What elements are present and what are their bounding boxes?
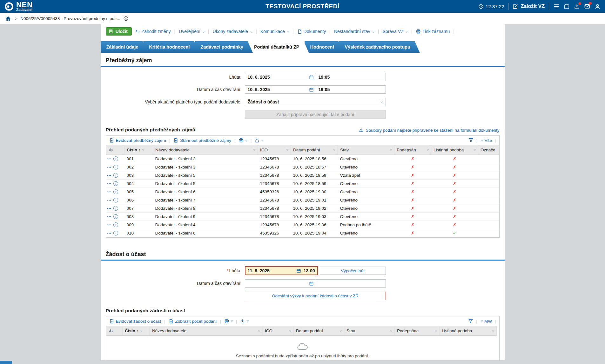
filter-icon[interactable]: ▽ [427, 149, 429, 151]
row-menu-button[interactable]: ••• [107, 199, 112, 202]
calendar-icon[interactable] [296, 268, 301, 273]
info-icon[interactable]: i [113, 156, 118, 161]
table-row[interactable]: •••i008Dodavatel - školení 91234567810. … [106, 213, 500, 221]
filter-icon[interactable]: ▽ [142, 149, 144, 151]
row-menu-button[interactable]: ••• [107, 174, 112, 177]
filter-icon[interactable]: ▽ [492, 329, 494, 332]
lhuta2-datetime-input[interactable]: 11. 6. 2025 13:00 [245, 266, 318, 275]
tab-podani-ucastniku-zp[interactable]: Podání účastníků ZP [248, 41, 309, 53]
filter-icon[interactable]: ▽ [140, 329, 142, 332]
calendar-icon[interactable] [309, 75, 314, 80]
export-grid-button[interactable]: ▽ [255, 138, 263, 143]
oteviranu2-time-input[interactable] [316, 279, 386, 288]
filter-icon[interactable]: ▽ [289, 329, 291, 332]
table-row[interactable]: •••i009Dodavatel - školení 41234567810. … [106, 221, 500, 229]
sort-asc-icon[interactable]: ↑ [137, 329, 138, 333]
lhuta-date-input[interactable]: 10. 6. 2025 [245, 73, 316, 81]
row-menu-button[interactable]: ••• [107, 157, 112, 161]
table-row[interactable]: •••i007Dodavatel - školení 81234567810. … [106, 204, 500, 213]
breadcrumb-item-contract[interactable]: N006/25/V00005438 - Provozování prodejny… [20, 16, 128, 21]
sort-asc-icon[interactable]: ↑ [138, 148, 140, 152]
messages-button[interactable] [584, 3, 590, 10]
close-icon[interactable] [123, 16, 129, 21]
filter-icon[interactable]: ▽ [390, 149, 392, 151]
filter-icon[interactable]: ▽ [474, 149, 476, 151]
nen-logo[interactable]: NEN Zadavatel [4, 2, 33, 11]
tab-zadavaci-podminky[interactable]: Zadávací podmínky [195, 41, 253, 53]
export-grid-button[interactable]: ▽ [240, 319, 248, 324]
column-settings-icon[interactable] [108, 148, 113, 153]
calendar-icon[interactable] [309, 281, 314, 286]
stahnout-zajmy-button[interactable]: Stáhnout předběžné zájmy [173, 138, 231, 143]
filter-funnel-icon[interactable] [468, 319, 473, 324]
next-phase-button[interactable]: Zahájit přípravu následující fáze podání [245, 110, 386, 119]
filter-icon[interactable]: ▽ [390, 329, 392, 332]
calendar-icon[interactable] [564, 3, 570, 10]
zobrazit-pocet-button[interactable]: Zobrazit počet podání [169, 319, 217, 324]
menu-dokumenty[interactable]: Dokumenty [297, 29, 326, 34]
vypocet-lhut-button[interactable]: Výpočet lhůt [320, 267, 386, 275]
typ-podani-select[interactable]: Žádost o účast ▽ [245, 98, 386, 106]
column-settings-icon[interactable] [108, 328, 113, 334]
info-icon[interactable]: i [113, 165, 118, 169]
filter-icon[interactable]: ▽ [435, 329, 437, 332]
downloads-button[interactable] [574, 3, 580, 10]
table-row[interactable]: •••i010Dodavatel - školení 64535932610. … [106, 229, 500, 237]
tab-vysledek[interactable]: Výsledek zadávacího postupu [339, 41, 420, 53]
info-icon[interactable]: i [113, 181, 118, 186]
table-row[interactable]: •••i001Dodavatel - školení 21234567810. … [106, 155, 500, 163]
oteviranu-time-input[interactable]: 19:05 [316, 85, 386, 94]
view-select[interactable]: ▽ MW [480, 319, 492, 324]
menu-ukony-zadavatele[interactable]: Úkony zadavatele ▽ [213, 29, 252, 34]
row-menu-button[interactable]: ••• [107, 190, 112, 194]
home-icon[interactable] [5, 16, 11, 22]
table-row[interactable]: •••i006Dodavatel - školení 71234567810. … [106, 196, 500, 204]
print-record-button[interactable]: Tisk záznamu [416, 29, 450, 34]
oteviranu2-date-input[interactable] [245, 279, 316, 288]
discard-changes-button[interactable]: Zahodit změny [135, 29, 171, 34]
row-menu-button[interactable]: ••• [107, 166, 112, 169]
lhuta-time-input[interactable]: 19:05 [316, 73, 386, 81]
save-button[interactable]: Uložit [106, 27, 132, 36]
row-menu-button[interactable]: ••• [107, 223, 112, 227]
info-icon[interactable]: i [113, 189, 118, 194]
files-download-link[interactable]: Soubory podání najdete připravené ke sta… [359, 128, 499, 133]
evidovat-zadost-button[interactable]: Evidovat žádost o účast [109, 319, 161, 324]
filter-icon[interactable]: ▽ [253, 149, 255, 151]
table-row[interactable]: •••i004Dodavatel - školení 51234567810. … [106, 180, 500, 188]
filter-funnel-icon[interactable] [468, 138, 474, 143]
send-vyzva-button[interactable]: Odeslání výzvy k podání žádosti o účast … [245, 292, 386, 300]
print-grid-button[interactable]: ▽ [224, 319, 233, 324]
table-row[interactable]: •••i005Dodavatel - školení 64535932610. … [106, 188, 500, 196]
filter-icon[interactable]: ▽ [340, 329, 342, 332]
menu-sprava-vz[interactable]: Správa VZ ▽ [382, 29, 407, 34]
print-grid-button[interactable]: ▽ [239, 138, 247, 143]
row-menu-button[interactable]: ••• [107, 207, 112, 210]
table-row[interactable]: •••i003Dodavatel - školení 51234567810. … [106, 171, 500, 180]
evidovat-predbezny-button[interactable]: Evidovat předběžný zájem [109, 138, 166, 143]
filter-icon[interactable]: ▽ [258, 329, 260, 332]
menu-icon[interactable] [553, 3, 560, 10]
menu-uverejneni[interactable]: Uveřejnění ▽ [179, 29, 205, 34]
row-menu-button[interactable]: ••• [107, 182, 112, 185]
create-vz-button[interactable]: Založit VZ [513, 3, 545, 9]
table-row[interactable]: •••i002Dodavatel - školení 31234567810. … [106, 163, 500, 171]
oteviranu-date-input[interactable]: 10. 6. 2025 [245, 85, 316, 94]
tab-hodnoceni[interactable]: Hodnocení [305, 41, 344, 53]
info-icon[interactable]: i [113, 173, 118, 178]
info-icon[interactable]: i [113, 231, 118, 235]
row-menu-button[interactable]: ••• [107, 232, 112, 235]
info-icon[interactable]: i [113, 206, 118, 211]
calendar-icon[interactable] [309, 87, 314, 92]
row-menu-button[interactable]: ••• [107, 215, 112, 218]
user-icon[interactable] [595, 3, 601, 10]
info-icon[interactable]: i [113, 214, 118, 219]
filter-icon[interactable]: ▽ [333, 149, 335, 151]
tab-kriteria-hodnoceni[interactable]: Kritéria hodnocení [143, 41, 199, 53]
menu-nestandardni-stav[interactable]: Nestandardní stav ▽ [334, 29, 374, 34]
info-icon[interactable]: i [113, 198, 118, 202]
menu-komunikace[interactable]: Komunikace ▽ [260, 29, 289, 34]
view-select[interactable]: ▽ Vše [481, 138, 492, 143]
filter-icon[interactable]: ▽ [286, 149, 288, 151]
tab-zakladni-udaje[interactable]: Základní údaje [101, 41, 148, 53]
